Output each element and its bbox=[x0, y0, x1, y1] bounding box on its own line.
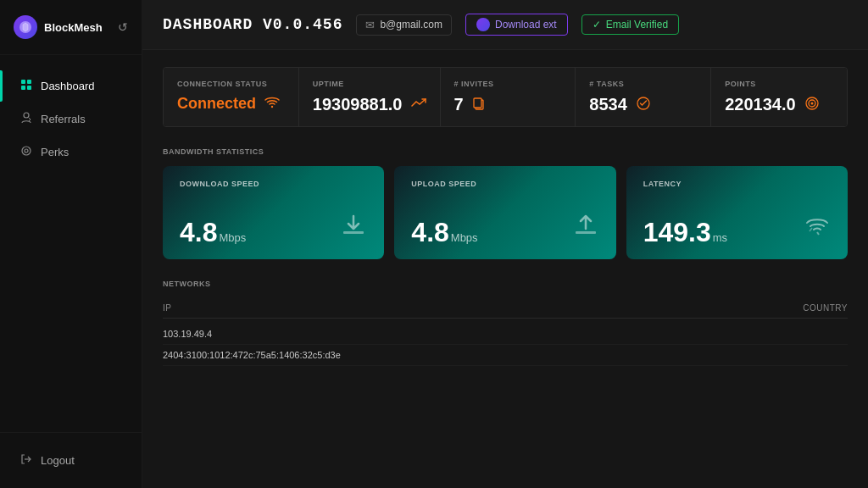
networks-section-label: NETWORKS bbox=[163, 280, 848, 288]
connection-value: Connected bbox=[177, 95, 256, 113]
sidebar: BlockMesh ↺ Dashboard bbox=[0, 0, 142, 488]
latency-label: LATENCY bbox=[643, 180, 831, 188]
sidebar-bottom: Logout bbox=[0, 432, 142, 488]
stat-points: POINTS 220134.0 bbox=[711, 68, 847, 126]
bandwidth-section-label: BANDWIDTH STATISTICS bbox=[163, 147, 848, 156]
stats-section: CONNECTION STATUS Connected UPTIME bbox=[142, 50, 868, 141]
email-badge: ✉ b@gmail.com bbox=[356, 14, 452, 36]
latency-unit: ms bbox=[713, 231, 727, 244]
latency-icon bbox=[804, 213, 831, 246]
invites-value-row: 7 bbox=[454, 95, 562, 114]
invites-label: # INVITES bbox=[454, 80, 562, 88]
sidebar-item-label: Dashboard bbox=[41, 80, 95, 92]
stat-tasks: # TASKS 8534 bbox=[576, 68, 711, 126]
invites-value: 7 bbox=[454, 95, 464, 114]
upload-speed-label: UPLOAD SPEED bbox=[411, 180, 598, 188]
table-row: 2404:3100:1012:472c:75a5:1406:32c5:d3e bbox=[163, 345, 848, 366]
svg-point-15 bbox=[810, 102, 813, 104]
dashboard-title: DASHBOARD V0.0.456 bbox=[163, 16, 342, 33]
email-verified-label: Email Verified bbox=[606, 19, 668, 30]
wifi-icon bbox=[264, 97, 280, 112]
logo-text: BlockMesh bbox=[44, 21, 103, 34]
download-value-group: 4.8Mbps bbox=[180, 219, 246, 246]
upload-value-row: 4.8Mbps bbox=[411, 213, 598, 246]
svg-point-7 bbox=[25, 149, 28, 152]
col-country: Country bbox=[803, 303, 848, 313]
download-value-row: 4.8Mbps bbox=[180, 213, 367, 246]
logout-button[interactable]: Logout bbox=[14, 446, 128, 474]
download-icon bbox=[340, 213, 367, 246]
trending-icon bbox=[411, 97, 426, 113]
sidebar-item-perks[interactable]: Perks bbox=[7, 136, 135, 168]
stat-connection: CONNECTION STATUS Connected bbox=[164, 68, 299, 126]
svg-rect-4 bbox=[27, 86, 31, 90]
latency-value-row: 149.3ms bbox=[643, 213, 831, 246]
check-icon: ✓ bbox=[593, 19, 601, 30]
svg-line-19 bbox=[810, 228, 812, 231]
svg-line-18 bbox=[817, 232, 819, 235]
logo-icon bbox=[14, 15, 37, 39]
logout-icon bbox=[20, 453, 32, 468]
networks-section: NETWORKS IP Country 103.19.49.4 2404:310… bbox=[142, 273, 868, 380]
svg-point-5 bbox=[24, 113, 29, 118]
networks-table-header: IP Country bbox=[163, 298, 848, 319]
dashboard-icon bbox=[20, 79, 32, 93]
tasks-label: # TASKS bbox=[589, 80, 697, 88]
upload-unit: Mbps bbox=[451, 231, 478, 244]
target-icon bbox=[804, 96, 820, 114]
main-content: DASHBOARD V0.0.456 ✉ b@gmail.com Downloa… bbox=[142, 0, 868, 488]
sidebar-nav: Dashboard Referrals Perks bbox=[0, 55, 142, 432]
upload-speed-card: UPLOAD SPEED 4.8Mbps bbox=[394, 166, 615, 259]
svg-rect-11 bbox=[474, 98, 481, 108]
svg-rect-17 bbox=[576, 231, 596, 234]
download-speed-card: DOWNLOAD SPEED 4.8Mbps bbox=[163, 166, 384, 259]
upload-icon bbox=[572, 213, 599, 246]
email-address: b@gmail.com bbox=[380, 19, 442, 30]
referrals-icon bbox=[20, 112, 32, 126]
bandwidth-section: BANDWIDTH STATISTICS DOWNLOAD SPEED 4.8M… bbox=[142, 141, 868, 273]
sidebar-item-dashboard[interactable]: Dashboard bbox=[7, 70, 135, 102]
svg-point-6 bbox=[22, 147, 31, 155]
bandwidth-grid: DOWNLOAD SPEED 4.8Mbps UPLOAD SPEED bbox=[163, 166, 848, 259]
sidebar-logo-area: BlockMesh ↺ bbox=[0, 0, 142, 55]
sidebar-item-referrals[interactable]: Referrals bbox=[7, 103, 135, 135]
svg-rect-1 bbox=[21, 80, 25, 84]
networks-table: IP Country 103.19.49.4 2404:3100:1012:47… bbox=[163, 298, 848, 366]
stat-invites: # INVITES 7 bbox=[441, 68, 576, 126]
tasks-value-row: 8534 bbox=[589, 95, 697, 114]
svg-rect-3 bbox=[21, 86, 25, 90]
uptime-label: UPTIME bbox=[313, 80, 426, 88]
svg-rect-2 bbox=[27, 80, 31, 84]
check-circle-icon bbox=[636, 96, 651, 114]
points-label: POINTS bbox=[725, 80, 833, 88]
table-row: 103.19.49.4 bbox=[163, 324, 848, 345]
download-value: 4.8 bbox=[180, 217, 217, 247]
tasks-value: 8534 bbox=[589, 95, 627, 114]
connection-value-row: Connected bbox=[177, 95, 285, 113]
download-ext-label: Download ext bbox=[495, 19, 557, 30]
download-ext-button[interactable]: Download ext bbox=[465, 14, 568, 36]
stat-uptime: UPTIME 19309881.0 bbox=[299, 68, 441, 126]
col-ip: IP bbox=[163, 303, 171, 313]
uptime-value: 19309881.0 bbox=[313, 95, 403, 114]
dashboard-header: DASHBOARD V0.0.456 ✉ b@gmail.com Downloa… bbox=[142, 0, 868, 50]
upload-value: 4.8 bbox=[411, 217, 448, 247]
uptime-value-row: 19309881.0 bbox=[313, 95, 426, 114]
svg-point-9 bbox=[271, 105, 273, 107]
stats-grid: CONNECTION STATUS Connected UPTIME bbox=[163, 67, 848, 127]
latency-card: LATENCY 149.3ms bbox=[626, 166, 848, 259]
perks-icon bbox=[20, 145, 32, 159]
latency-value-group: 149.3ms bbox=[643, 219, 727, 246]
download-speed-label: DOWNLOAD SPEED bbox=[180, 180, 367, 188]
upload-value-group: 4.8Mbps bbox=[411, 219, 477, 246]
email-icon: ✉ bbox=[365, 19, 375, 31]
logout-label: Logout bbox=[41, 454, 75, 467]
download-unit: Mbps bbox=[219, 231, 246, 244]
connection-label: CONNECTION STATUS bbox=[177, 80, 285, 88]
sidebar-item-label: Referrals bbox=[41, 113, 86, 125]
latency-value: 149.3 bbox=[643, 217, 711, 247]
sidebar-item-label: Perks bbox=[41, 146, 69, 158]
refresh-button[interactable]: ↺ bbox=[118, 20, 128, 34]
points-value: 220134.0 bbox=[725, 95, 795, 114]
points-value-row: 220134.0 bbox=[725, 95, 833, 114]
